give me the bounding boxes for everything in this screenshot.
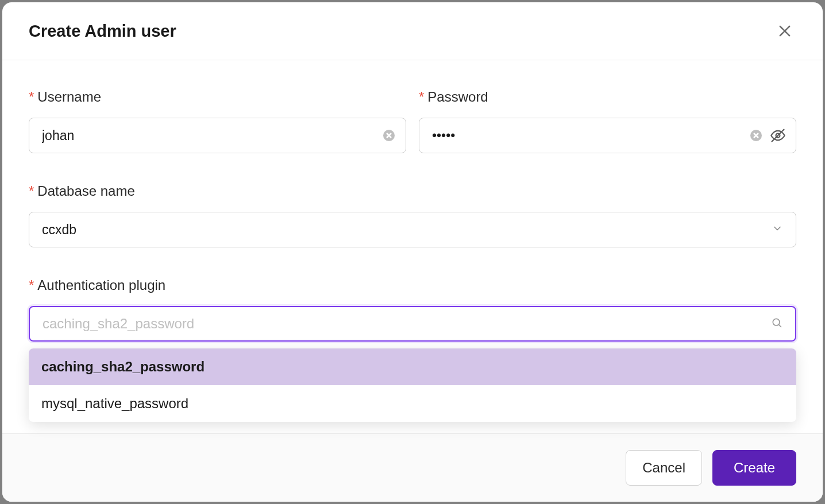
svg-line-9 [778,324,781,327]
clear-icon [386,133,392,138]
auth-plugin-search-input[interactable] [43,316,771,332]
auth-plugin-dropdown: caching_sha2_password mysql_native_passw… [29,348,796,422]
clear-username-button[interactable] [383,130,395,141]
password-input[interactable] [419,118,796,153]
auth-plugin-label: *Authentication plugin [29,277,796,293]
create-button[interactable]: Create [712,450,796,486]
modal-title: Create Admin user [29,22,176,41]
clear-password-button[interactable] [750,130,762,141]
form-row-credentials: *Username *Password [29,89,796,153]
username-label: *Username [29,89,406,105]
database-select-wrapper: ccxdb [29,212,796,247]
auth-plugin-option-mysql-native[interactable]: mysql_native_password [29,385,796,422]
cancel-button[interactable]: Cancel [626,450,702,486]
database-label-text: Database name [37,183,134,199]
password-input-wrapper [419,118,796,153]
password-label-text: Password [427,89,488,104]
username-input[interactable] [29,118,406,153]
chevron-down-icon [772,222,783,238]
password-group: *Password [419,89,796,153]
auth-plugin-select[interactable] [29,306,796,342]
username-group: *Username [29,89,406,153]
database-selected-value: ccxdb [42,222,76,238]
modal-footer: Cancel Create [2,433,823,502]
required-asterisk: * [419,89,424,104]
modal-header: Create Admin user [2,2,823,60]
clear-icon [753,133,759,138]
modal-body: *Username *Password [2,60,823,433]
required-asterisk: * [29,277,34,293]
database-label: *Database name [29,183,796,199]
search-icon [771,316,782,332]
auth-plugin-option-caching-sha2[interactable]: caching_sha2_password [29,348,796,385]
database-group: *Database name ccxdb [29,183,796,247]
auth-plugin-label-text: Authentication plugin [37,277,165,293]
password-label: *Password [419,89,796,105]
required-asterisk: * [29,183,34,199]
required-asterisk: * [29,89,34,104]
username-input-wrapper [29,118,406,153]
database-select[interactable]: ccxdb [29,212,796,247]
eye-off-icon [770,127,786,144]
toggle-password-visibility-button[interactable] [770,127,786,144]
auth-plugin-select-wrapper: caching_sha2_password mysql_native_passw… [29,306,796,342]
create-admin-user-modal: Create Admin user *Username [2,2,823,502]
close-icon [777,23,793,39]
auth-plugin-group: *Authentication plugin caching_sha2_pass… [29,277,796,342]
close-button[interactable] [773,20,796,42]
username-label-text: Username [37,89,101,104]
